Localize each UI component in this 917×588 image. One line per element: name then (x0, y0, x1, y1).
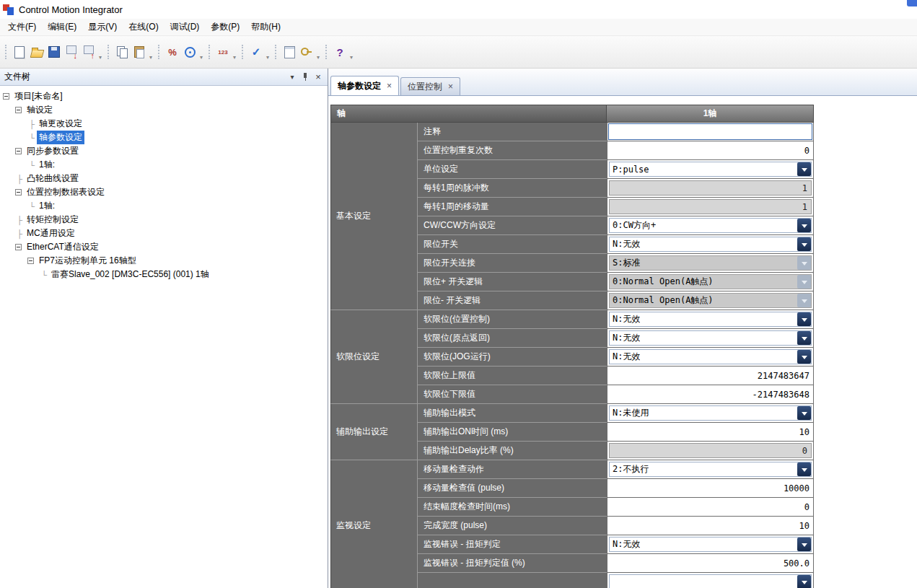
dropdown-arrow-icon[interactable] (797, 162, 811, 176)
tab-close-icon[interactable]: × (387, 81, 392, 91)
menu-item-6[interactable]: 帮助(H) (245, 19, 286, 35)
toolbar-overflow-icon[interactable]: ▾ (317, 54, 320, 61)
tree-expander-icon[interactable] (15, 107, 22, 113)
number-input[interactable] (607, 479, 813, 497)
toolbar-grip[interactable] (275, 45, 278, 59)
number-input[interactable] (607, 517, 813, 535)
dropdown[interactable]: 0:CW方向+ (609, 218, 812, 233)
number-input[interactable] (607, 498, 813, 516)
tree-item[interactable]: ├轴更改设定 (0, 117, 328, 131)
tree-expander-icon[interactable] (3, 93, 9, 100)
tree-item[interactable]: └轴参数设定 (0, 131, 328, 144)
dropdown-arrow-icon[interactable] (797, 462, 811, 476)
param-name: 每转1周的脉冲数 (417, 179, 607, 198)
monitor-icon[interactable] (164, 44, 180, 60)
download-to-unit-icon[interactable] (63, 44, 79, 60)
tree-item[interactable]: 轴设定 (0, 103, 328, 117)
dropdown[interactable]: N:无效 (609, 330, 812, 346)
param-name: CW/CCW方向设定 (417, 216, 607, 235)
tree-item[interactable]: └雷赛Slave_002 [DM3C-EC556] (001) 1轴 (0, 268, 328, 281)
dropdown-arrow-icon[interactable] (797, 406, 811, 420)
menu-item-4[interactable]: 调试(D) (164, 19, 206, 35)
dropdown[interactable]: 2:不执行 (609, 462, 812, 477)
tree-item[interactable]: ├转矩控制设定 (0, 213, 328, 227)
toolbar-overflow-icon[interactable]: ▾ (149, 54, 152, 61)
tree-item[interactable]: ├MC通用设定 (0, 227, 328, 240)
table-row: 限位开关连接S:标准 (417, 254, 814, 273)
number-input[interactable] (607, 423, 813, 441)
tree-item[interactable]: FP7运动控制单元 16轴型 (0, 254, 328, 268)
number-input (609, 443, 812, 458)
verify-icon[interactable] (248, 44, 264, 60)
tree-item[interactable]: EtherCAT通信设定 (0, 240, 328, 254)
toolbar-grip[interactable] (325, 45, 328, 59)
toolbar-grip[interactable] (108, 45, 110, 59)
dropdown-arrow-icon[interactable] (797, 575, 811, 588)
copy-icon[interactable] (114, 44, 130, 60)
pin-icon[interactable] (299, 71, 311, 82)
number-input[interactable] (607, 554, 813, 572)
number-input[interactable] (607, 385, 813, 403)
dropdown-arrow-icon[interactable] (797, 331, 811, 345)
toolbar-overflow-icon[interactable]: ▾ (99, 54, 102, 61)
dropdown[interactable]: N:无效 (609, 537, 812, 552)
menu-item-0[interactable]: 文件(F) (2, 19, 42, 35)
menu-item-5[interactable]: 参数(P) (205, 19, 245, 35)
dropdown-arrow-icon[interactable] (797, 237, 811, 251)
menu-item-3[interactable]: 在线(O) (123, 19, 164, 35)
upload-from-unit-icon[interactable] (81, 44, 97, 60)
tree-item[interactable]: └1轴: (0, 199, 328, 213)
dropdown-arrow-icon[interactable] (797, 312, 811, 326)
menu-item-1[interactable]: 编辑(E) (42, 19, 82, 35)
help-icon[interactable] (332, 44, 348, 60)
table-row: 辅助输出模式N:未使用 (417, 404, 814, 423)
dropdown[interactable]: N:无效 (609, 349, 812, 364)
tree-item[interactable]: ├凸轮曲线设置 (0, 172, 328, 185)
menu-item-2[interactable]: 显示(V) (82, 19, 123, 35)
tree-item[interactable]: └1轴: (0, 158, 328, 172)
tree-expander-icon[interactable] (15, 244, 22, 250)
param-value-cell (607, 367, 814, 385)
number-input[interactable] (607, 141, 813, 159)
toolbar-overflow-icon[interactable]: ▾ (233, 54, 236, 61)
tab-close-icon[interactable]: × (448, 82, 453, 92)
dropdown-arrow-icon[interactable] (797, 350, 811, 364)
toolbar-grip[interactable] (209, 45, 211, 59)
dropdown[interactable]: N:无效 (609, 237, 812, 252)
paste-icon[interactable] (131, 44, 147, 60)
dropdown: S:标准 (609, 255, 812, 271)
dropdown[interactable] (609, 574, 812, 588)
tab-0[interactable]: 轴参数设定× (330, 76, 399, 95)
close-icon[interactable] (312, 71, 324, 82)
dropdown-arrow-icon[interactable] (797, 537, 811, 551)
tree-expander-icon[interactable] (15, 148, 22, 154)
param-value-cell: N:无效 (607, 310, 814, 329)
numeric-edit-icon[interactable] (215, 44, 231, 60)
tree-item[interactable]: 位置控制数据表设定 (0, 185, 328, 199)
dropdown[interactable]: N:无效 (609, 312, 812, 327)
toolbar-grip[interactable] (242, 45, 245, 59)
dropdown[interactable]: N:未使用 (609, 405, 812, 421)
positioning-icon[interactable] (182, 44, 198, 60)
dropdown[interactable]: P:pulse (609, 162, 812, 177)
tree-expander-icon[interactable] (27, 258, 34, 264)
open-project-icon[interactable] (29, 44, 45, 60)
chevron-down-icon[interactable] (286, 71, 298, 82)
toolbar-overflow-icon[interactable]: ▾ (266, 54, 269, 61)
password-icon[interactable] (299, 44, 315, 60)
param-name: 移动量检查值 (pulse) (417, 479, 607, 498)
toolbar-grip[interactable] (5, 45, 8, 59)
toolbar-overflow-icon[interactable]: ▾ (200, 54, 203, 61)
tree-expander-icon[interactable] (15, 189, 22, 196)
toolbar-grip[interactable] (158, 45, 161, 59)
memo-icon[interactable] (281, 44, 297, 60)
dropdown-arrow-icon[interactable] (797, 219, 811, 232)
tree-item[interactable]: 项目[未命名] (0, 89, 328, 103)
toolbar-overflow-icon[interactable]: ▾ (350, 54, 353, 61)
text-input[interactable] (608, 123, 812, 140)
tab-1[interactable]: 位置控制× (400, 77, 460, 95)
number-input[interactable] (607, 367, 813, 385)
save-icon[interactable] (46, 44, 62, 60)
tree-item[interactable]: 同步参数设置 (0, 144, 328, 158)
new-document-icon[interactable] (12, 44, 27, 60)
